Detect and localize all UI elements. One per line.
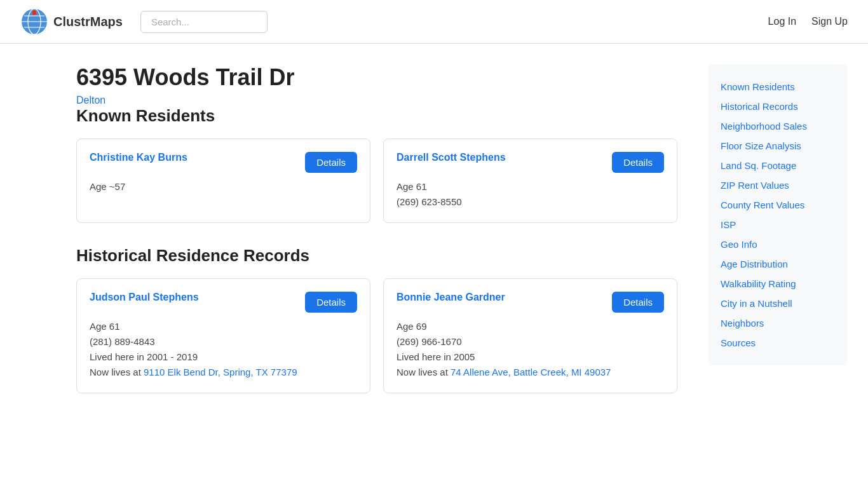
hist-resident-info-0: Age 61 (281) 889-4843 Lived here in 2001… <box>90 319 357 380</box>
resident-age-0: Age ~57 <box>90 179 357 194</box>
logo-text: ClustrMaps <box>53 15 123 29</box>
login-link[interactable]: Log In <box>768 16 796 27</box>
resident-name-0: Christine Kay Burns <box>90 152 187 163</box>
resident-phone-1: (269) 623-8550 <box>397 194 664 210</box>
sidebar-item-county-rent-values[interactable]: County Rent Values <box>721 195 835 215</box>
signup-link[interactable]: Sign Up <box>811 16 848 27</box>
historical-records-section: Historical Residence Records Judson Paul… <box>76 246 677 393</box>
sidebar-item-geo-info[interactable]: Geo Info <box>721 234 835 254</box>
main-column: 6395 Woods Trail Dr Delton Known Residen… <box>76 64 677 416</box>
resident-card-1: Darrell Scott Stephens Details Age 61 (2… <box>383 139 677 223</box>
search-input[interactable] <box>140 11 268 33</box>
hist-resident-nowlives-1: Now lives at 74 Allene Ave, Battle Creek… <box>397 365 664 380</box>
hist-resident-nowlives-0: Now lives at 9110 Elk Bend Dr, Spring, T… <box>90 365 357 380</box>
details-button-0[interactable]: Details <box>305 152 357 173</box>
hist-nowlives-label-1: Now lives at <box>397 367 451 377</box>
address-subtitle[interactable]: Delton <box>76 95 105 105</box>
sidebar-item-land-sq-footage[interactable]: Land Sq. Footage <box>721 156 835 175</box>
page-content: 6395 Woods Trail Dr Delton Known Residen… <box>0 44 868 437</box>
hist-resident-lived-1: Lived here in 2005 <box>397 349 664 365</box>
hist-resident-info-1: Age 69 (269) 966-1670 Lived here in 2005… <box>397 319 664 380</box>
sidebar-item-walkability-rating[interactable]: Walkability Rating <box>721 274 835 294</box>
known-residents-grid: Christine Kay Burns Details Age ~57 Darr… <box>76 139 677 223</box>
resident-age-1: Age 61 <box>397 179 664 194</box>
sidebar-item-zip-rent-values[interactable]: ZIP Rent Values <box>721 175 835 195</box>
historical-card-1: Bonnie Jeane Gardner Details Age 69 (269… <box>383 278 677 393</box>
hist-details-button-0[interactable]: Details <box>305 292 357 313</box>
card-header-0: Christine Kay Burns Details <box>90 152 357 173</box>
sidebar-item-historical-records[interactable]: Historical Records <box>721 97 835 116</box>
historical-records-heading: Historical Residence Records <box>76 246 677 266</box>
historical-card-0: Judson Paul Stephens Details Age 61 (281… <box>76 278 370 393</box>
known-residents-section: Known Residents Christine Kay Burns Deta… <box>76 106 677 223</box>
sidebar-item-isp[interactable]: ISP <box>721 215 835 234</box>
hist-resident-phone-0: (281) 889-4843 <box>90 334 357 349</box>
card-header-1: Darrell Scott Stephens Details <box>397 152 664 173</box>
svg-point-7 <box>33 11 36 14</box>
hist-resident-phone-1: (269) 966-1670 <box>397 334 664 349</box>
hist-resident-name-1: Bonnie Jeane Gardner <box>397 292 505 303</box>
hist-card-header-0: Judson Paul Stephens Details <box>90 292 357 313</box>
hist-nowlives-label-0: Now lives at <box>90 367 144 377</box>
hist-resident-age-1: Age 69 <box>397 319 664 334</box>
logo-link[interactable]: ClustrMaps <box>20 8 123 36</box>
hist-resident-age-0: Age 61 <box>90 319 357 334</box>
header-nav: Log In Sign Up <box>768 16 848 27</box>
sidebar-item-neighborhood-sales[interactable]: Neighborhood Sales <box>721 116 835 136</box>
search-bar[interactable] <box>140 11 268 33</box>
sidebar: Known Residents Historical Records Neigh… <box>708 64 848 365</box>
sidebar-item-known-residents[interactable]: Known Residents <box>721 77 835 97</box>
details-button-1[interactable]: Details <box>612 152 664 173</box>
resident-name-1: Darrell Scott Stephens <box>397 152 506 163</box>
hist-resident-lived-0: Lived here in 2001 - 2019 <box>90 349 357 365</box>
sidebar-item-floor-size-analysis[interactable]: Floor Size Analysis <box>721 136 835 156</box>
hist-nowlives-link-1[interactable]: 74 Allene Ave, Battle Creek, MI 49037 <box>451 367 611 377</box>
resident-info-0: Age ~57 <box>90 179 357 194</box>
sidebar-item-city-in-a-nutshell[interactable]: City in a Nutshell <box>721 294 835 313</box>
resident-info-1: Age 61 (269) 623-8550 <box>397 179 664 210</box>
globe-icon <box>20 8 48 36</box>
hist-nowlives-link-0[interactable]: 9110 Elk Bend Dr, Spring, TX 77379 <box>144 367 297 377</box>
header: ClustrMaps Log In Sign Up <box>0 0 868 44</box>
resident-card-0: Christine Kay Burns Details Age ~57 <box>76 139 370 223</box>
sidebar-item-neighbors[interactable]: Neighbors <box>721 313 835 333</box>
hist-resident-name-0: Judson Paul Stephens <box>90 292 199 303</box>
historical-records-grid: Judson Paul Stephens Details Age 61 (281… <box>76 278 677 393</box>
hist-card-header-1: Bonnie Jeane Gardner Details <box>397 292 664 313</box>
known-residents-heading: Known Residents <box>76 106 677 126</box>
sidebar-item-sources[interactable]: Sources <box>721 333 835 353</box>
address-title: 6395 Woods Trail Dr <box>76 64 677 91</box>
sidebar-item-age-distribution[interactable]: Age Distribution <box>721 254 835 274</box>
hist-details-button-1[interactable]: Details <box>612 292 664 313</box>
